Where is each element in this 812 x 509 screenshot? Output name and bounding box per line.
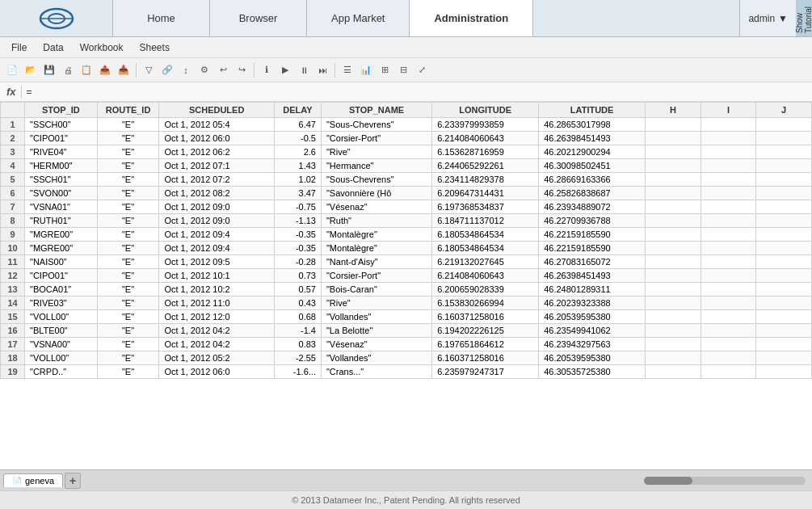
cell-stop-name[interactable]: "Corsier-Port" xyxy=(321,132,431,145)
cell-latitude[interactable]: 46.30535725380 xyxy=(539,365,646,379)
cell-h[interactable] xyxy=(646,159,701,173)
cell-j[interactable] xyxy=(756,159,812,173)
menu-file[interactable]: File xyxy=(3,40,35,55)
cell-latitude[interactable]: 46.25826838687 xyxy=(539,187,646,200)
cell-scheduled[interactable]: Oct 1, 2012 06:0 xyxy=(159,132,275,145)
cell-longitude[interactable]: 6.197368534837 xyxy=(432,200,539,214)
cell-j[interactable] xyxy=(756,187,812,200)
cell-stop-name[interactable]: "Vollandes" xyxy=(321,310,431,324)
cell-stop-name[interactable]: "La Belotte" xyxy=(321,324,431,338)
columns-button[interactable]: ⊟ xyxy=(394,61,412,79)
cell-latitude[interactable]: 46.27083165072 xyxy=(539,255,646,269)
cell-scheduled[interactable]: Oct 1, 2012 09:5 xyxy=(159,255,275,269)
cell-scheduled[interactable]: Oct 1, 2012 09:0 xyxy=(159,214,275,228)
horizontal-scrollbar[interactable] xyxy=(644,477,806,485)
cell-latitude[interactable]: 46.20239323388 xyxy=(539,297,646,310)
cell-i[interactable] xyxy=(701,255,756,269)
cell-j[interactable] xyxy=(756,145,812,159)
cell-route-id[interactable]: "E" xyxy=(97,132,159,145)
table-row[interactable]: 16"BLTE00""E"Oct 1, 2012 04:2-1.4"La Bel… xyxy=(1,324,812,338)
cell-route-id[interactable]: "E" xyxy=(97,351,159,365)
cell-h[interactable] xyxy=(646,242,701,255)
open-button[interactable]: 📂 xyxy=(22,61,40,79)
play-button[interactable]: ▶ xyxy=(276,61,294,79)
cell-j[interactable] xyxy=(756,283,812,297)
cell-longitude[interactable]: 6.197651864612 xyxy=(432,338,539,351)
cell-latitude[interactable]: 46.26398451493 xyxy=(539,269,646,283)
cell-stop-id[interactable]: "HERM00" xyxy=(25,159,98,173)
table-row[interactable]: 5"SSCH01""E"Oct 1, 2012 07:21.02"Sous-Ch… xyxy=(1,173,812,187)
cell-longitude[interactable]: 6.214084060643 xyxy=(432,132,539,145)
cell-longitude[interactable]: 6.244065292261 xyxy=(432,159,539,173)
cell-scheduled[interactable]: Oct 1, 2012 07:2 xyxy=(159,173,275,187)
cell-delay[interactable]: -0.75 xyxy=(274,200,321,214)
table-row[interactable]: 6"SVON00""E"Oct 1, 2012 08:23.47"Savonni… xyxy=(1,187,812,200)
col-header-j[interactable]: J xyxy=(756,103,812,118)
cell-h[interactable] xyxy=(646,145,701,159)
cell-delay[interactable]: 0.68 xyxy=(274,310,321,324)
cell-longitude[interactable]: 6.153830266994 xyxy=(432,297,539,310)
nav-tab-home[interactable]: Home xyxy=(113,0,210,36)
cell-j[interactable] xyxy=(756,365,812,379)
cell-j[interactable] xyxy=(756,310,812,324)
cell-longitude[interactable]: 6.180534864534 xyxy=(432,228,539,242)
cell-scheduled[interactable]: Oct 1, 2012 09:4 xyxy=(159,242,275,255)
row-number[interactable]: 12 xyxy=(1,269,25,283)
cell-latitude[interactable]: 46.20212900294 xyxy=(539,145,646,159)
cell-delay[interactable]: 2.6 xyxy=(274,145,321,159)
col-header-stop-name[interactable]: STOP_NAME xyxy=(321,103,431,118)
link-button[interactable]: 🔗 xyxy=(158,61,176,79)
cell-scheduled[interactable]: Oct 1, 2012 08:2 xyxy=(159,187,275,200)
cell-longitude[interactable]: 6.234114829378 xyxy=(432,173,539,187)
table-row[interactable]: 13"BOCA01""E"Oct 1, 2012 10:20.57"Bois-C… xyxy=(1,283,812,297)
cell-stop-id[interactable]: "RIVE04" xyxy=(25,145,98,159)
cell-stop-id[interactable]: "CRPD.." xyxy=(25,365,98,379)
cell-latitude[interactable]: 46.23934889072 xyxy=(539,200,646,214)
cell-longitude[interactable]: 6.235979247317 xyxy=(432,365,539,379)
cell-route-id[interactable]: "E" xyxy=(97,145,159,159)
cell-scheduled[interactable]: Oct 1, 2012 05:4 xyxy=(159,118,275,132)
cell-scheduled[interactable]: Oct 1, 2012 04:2 xyxy=(159,324,275,338)
col-header-stop-id[interactable]: STOP_ID xyxy=(25,103,98,118)
cell-stop-name[interactable]: "Crans..." xyxy=(321,365,431,379)
cell-route-id[interactable]: "E" xyxy=(97,297,159,310)
row-number[interactable]: 11 xyxy=(1,255,25,269)
cell-route-id[interactable]: "E" xyxy=(97,228,159,242)
cell-stop-id[interactable]: "SSCH01" xyxy=(25,173,98,187)
cell-stop-id[interactable]: "CIPO01" xyxy=(25,269,98,283)
cell-stop-name[interactable]: "Hermance" xyxy=(321,159,431,173)
cell-route-id[interactable]: "E" xyxy=(97,242,159,255)
sheet-tab-geneva[interactable]: 📄 geneva xyxy=(3,473,63,487)
cell-stop-id[interactable]: "MGRE00" xyxy=(25,228,98,242)
row-number[interactable]: 9 xyxy=(1,228,25,242)
menu-data[interactable]: Data xyxy=(35,40,71,55)
cell-stop-id[interactable]: "VSNA00" xyxy=(25,338,98,351)
cell-stop-name[interactable]: "Corsier-Port" xyxy=(321,269,431,283)
row-number[interactable]: 13 xyxy=(1,283,25,297)
cell-i[interactable] xyxy=(701,173,756,187)
cell-j[interactable] xyxy=(756,351,812,365)
cell-j[interactable] xyxy=(756,214,812,228)
cell-delay[interactable]: -0.28 xyxy=(274,255,321,269)
cell-i[interactable] xyxy=(701,214,756,228)
cell-stop-name[interactable]: "Nant-d'Aisy" xyxy=(321,255,431,269)
cell-stop-name[interactable]: "Montalègre" xyxy=(321,228,431,242)
cell-latitude[interactable]: 46.28653017998 xyxy=(539,118,646,132)
cell-stop-name[interactable]: "Bois-Caran" xyxy=(321,283,431,297)
cell-route-id[interactable]: "E" xyxy=(97,324,159,338)
cell-i[interactable] xyxy=(701,283,756,297)
table-row[interactable]: 14"RIVE03""E"Oct 1, 2012 11:00.43"Rive"6… xyxy=(1,297,812,310)
cell-scheduled[interactable]: Oct 1, 2012 05:2 xyxy=(159,351,275,365)
info-button[interactable]: ℹ xyxy=(258,61,276,79)
cell-route-id[interactable]: "E" xyxy=(97,200,159,214)
row-number[interactable]: 2 xyxy=(1,132,25,145)
row-number[interactable]: 15 xyxy=(1,310,25,324)
cell-h[interactable] xyxy=(646,173,701,187)
cell-longitude[interactable]: 6.233979993859 xyxy=(432,118,539,132)
export-button[interactable]: 📤 xyxy=(96,61,114,79)
cell-delay[interactable]: -0.35 xyxy=(274,242,321,255)
nav-tab-administration[interactable]: Administration xyxy=(410,0,533,36)
row-number[interactable]: 17 xyxy=(1,338,25,351)
new-button[interactable]: 📄 xyxy=(3,61,21,79)
menu-sheets[interactable]: Sheets xyxy=(132,40,178,55)
